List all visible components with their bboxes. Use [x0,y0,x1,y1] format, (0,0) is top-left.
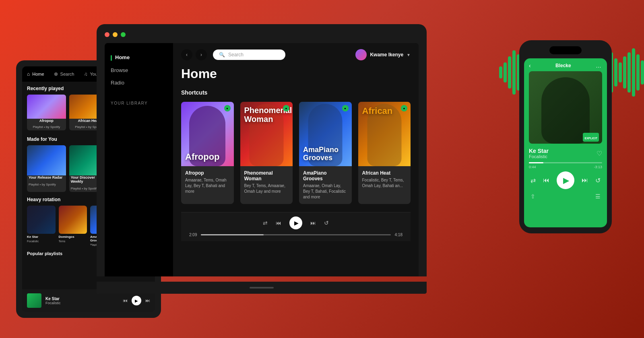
phone-heart-icon[interactable]: ♡ [597,150,602,157]
playlist-name-afropop: Afropop [185,170,230,176]
phone-repeat-button[interactable]: ↺ [595,177,601,184]
phone-queue-icon[interactable]: ☰ [595,193,601,200]
playlist-card-body-amapiano: AmaPiano Grooves Amaarae, Omah Lay, Bey … [299,166,352,204]
wave-bar-31 [636,54,640,91]
phenomenal-line2: Woman [244,115,273,124]
phone-track-artist: Focalistic [529,154,549,159]
phone-screen: ‹ Blecke … EXPLICIT Ke Star Focalistic ♡… [524,58,607,227]
player-bar: ⇄ ⏮ ▶ ⏭ ↺ 2:09 4:18 [181,212,411,241]
tablet-controls: ⏮ ▶ ⏭ [123,296,150,305]
tablet-card-afropop[interactable]: Afropop Playlist • by Spotify [27,95,66,130]
home-section: Home Shortcuts Afropop [173,66,419,276]
wave-bar-1 [504,62,507,82]
phone-time-row: 0:44 -3:13 [529,165,602,169]
afropop-card-title: Afropop [185,152,220,162]
dot-yellow[interactable] [113,32,118,37]
spotify-dot-phenomenal: ● [283,105,289,111]
phone-share-icon[interactable]: ⇧ [530,193,535,200]
phone-prev-button[interactable]: ⏮ [543,177,549,184]
user-profile[interactable]: Kwame Ikenye ▼ [355,49,411,60]
forward-button[interactable]: › [196,49,207,60]
phone-play-button[interactable]: ▶ [557,171,574,189]
phone-menu-icon[interactable]: … [596,62,602,69]
current-time: 2:09 [189,233,197,237]
playlist-artists-african: Focalistic, Bey T, Tems, Omah Lay, Bahat… [362,177,407,189]
progress-track[interactable] [201,234,390,235]
phone-shuffle-button[interactable]: ⇄ [530,177,536,184]
phone-bottom-bar: ⇧ ☰ [524,193,607,200]
phone-next-button[interactable]: ⏭ [582,177,588,184]
heavy-card-domingos[interactable]: Domingos Tems [59,206,87,246]
dot-green[interactable] [121,32,126,37]
search-bar[interactable]: 🔍 Search [213,49,285,60]
wave-bar-30 [632,48,635,97]
playlist-card-body-afropop: Afropop Amaarae, Tems, Omah Lay, Bey T, … [181,166,234,198]
player-controls: ⇄ ⏮ ▶ ⏭ ↺ [189,216,402,229]
play-icon: ▶ [294,220,299,226]
search-icon-tablet: ⊗ [54,71,58,77]
tablet-nav-search-label: Search [60,72,74,76]
playlist-artists-phenomenal: Bey T, Tems, Amaarae, Omah Lay and more [244,183,289,194]
tablet-prev-button[interactable]: ⏮ [123,298,128,303]
phone-back-icon[interactable]: ‹ [529,62,531,69]
spotify-dot-afropop: ● [224,105,231,111]
phone-track-info: Ke Star Focalistic ♡ [524,148,607,159]
playlist-card-afropop[interactable]: Afropop ● Afropop Amaarae, Tems, Omah La… [181,102,234,204]
wave-bar-2 [508,56,511,89]
phone-track-title: Ke Star [529,148,549,154]
laptop-base-bar [97,282,427,294]
phone-device: ‹ Blecke … EXPLICIT Ke Star Focalistic ♡… [519,40,612,233]
dot-red[interactable] [105,32,109,37]
shuffle-button[interactable]: ⇄ [263,220,268,226]
avatar [355,49,367,60]
repeat-button[interactable]: ↺ [324,220,329,226]
tablet-play-button[interactable]: ▶ [132,296,141,305]
laptop-device: Home Browse Radio YOUR LIBRARY ‹ › 🔍 Sea… [97,24,427,276]
wave-bar-29 [627,52,631,93]
heavy-kestar-artist: Focalistic [27,240,56,243]
sidebar-item-home[interactable]: Home [111,51,167,64]
playlist-artists-amapiano: Amaarae, Omah Lay, Bey T, Bahati, Focali… [303,183,348,200]
play-button[interactable]: ▶ [289,216,302,229]
playlist-card-amapiano[interactable]: AmaPiano Grooves ● AmaPiano Grooves Amaa… [299,102,352,204]
phone-track-details: Ke Star Focalistic [529,148,549,159]
phone-total-time: -3:13 [594,165,602,169]
phone-progress-track[interactable] [529,162,602,163]
playlist-artists-afropop: Amaarae, Tems, Omah Lay, Bey T, Bahati a… [185,177,230,194]
playlist-card-phenomenal[interactable]: Phenomenal Woman ● Phenomenal Woman Bey … [240,102,293,204]
page-title: Home [181,66,411,81]
playlist-name-amapiano: AmaPiano Grooves [303,170,348,181]
sidebar-item-browse[interactable]: Browse [111,64,167,76]
spotify-dot-african: ● [401,105,407,111]
playlist-name-phenomenal: Phenomenal Woman [244,170,289,181]
sidebar-item-radio[interactable]: Radio [111,76,167,89]
phone-progress-fill [529,162,543,163]
phone-current-time: 0:44 [529,165,536,169]
tablet-nav-home[interactable]: ⌂ Home [22,69,49,79]
main-content: ‹ › 🔍 Search Kwame Ikenye ▼ Home Shortcu… [173,43,419,276]
wave-bar-28 [623,56,626,89]
wave-bar-3 [512,50,516,95]
heavy-kestar-title: Ke Star [27,234,56,240]
phone-progress: 0:44 -3:13 [524,162,607,169]
heavy-card-kestar[interactable]: Ke Star Focalistic [27,206,56,246]
playlist-card-body-phenomenal: Phenomenal Woman Bey T, Tems, Amaarae, O… [240,166,293,198]
tablet-nav-search[interactable]: ⊗ Search [49,69,79,79]
laptop-base [97,282,427,294]
tablet-player-title: Ke Star [45,297,119,301]
phone-play-icon: ▶ [563,175,569,185]
playlist-card-body-african: African Heat Focalistic, Bey T, Tems, Om… [358,166,411,193]
next-button[interactable]: ⏭ [310,220,316,226]
tablet-afropop-title: Afropop [27,119,66,124]
progress-fill [201,234,263,235]
playlist-card-african[interactable]: African ● African Heat Focalistic, Bey T… [358,102,411,204]
home-icon: ⌂ [27,71,30,77]
prev-button[interactable]: ⏮ [276,220,281,226]
tablet-next-button[interactable]: ⏭ [145,298,150,303]
playlist-name-african: African Heat [362,170,407,176]
library-section-title: YOUR LIBRARY [111,101,167,105]
back-button[interactable]: ‹ [181,49,192,60]
sidebar: Home Browse Radio YOUR LIBRARY [105,43,173,276]
heavy-domingos-artist: Tems [59,240,87,243]
tablet-release-radar[interactable]: Your Release Radar Playlist • by Spotify [27,145,66,192]
